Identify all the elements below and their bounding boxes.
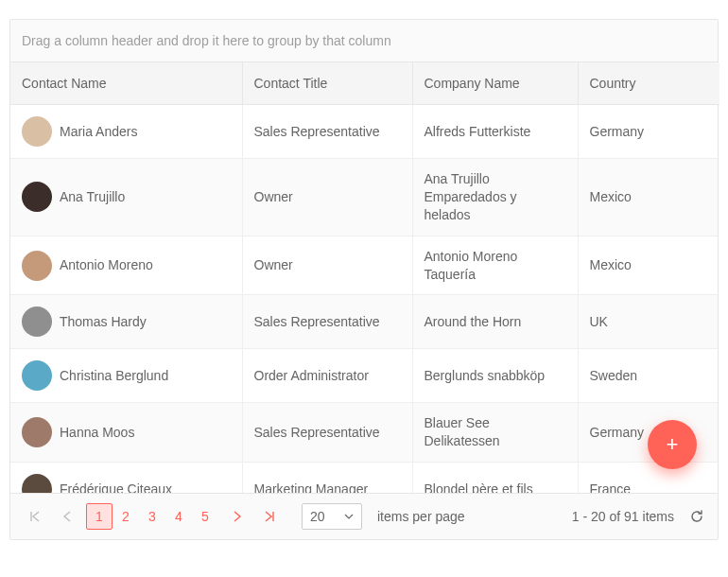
plus-icon: + [667,432,679,457]
page-size-value: 20 [310,509,325,524]
column-header-country[interactable]: Country [578,62,719,105]
pager-page-2[interactable]: 2 [113,503,139,530]
avatar [22,306,52,337]
page-size-select[interactable]: 20 [302,503,362,530]
chevron-left-icon [62,511,72,522]
group-panel[interactable]: Drag a column header and drop it here to… [10,20,718,62]
avatar [22,251,52,281]
cell-contact-name: Thomas Hardy [60,313,147,331]
table-row[interactable]: Antonio MorenoOwnerAntonio Moreno Taquer… [10,236,718,295]
cell-contact-title: Owner [242,159,412,236]
cell-contact-name: Hanna Moos [60,424,134,442]
pager-first-button[interactable] [22,503,48,530]
table-row[interactable]: Thomas HardySales RepresentativeAround t… [10,295,718,349]
avatar [22,360,52,391]
data-grid: Drag a column header and drop it here to… [9,19,719,540]
avatar [22,417,52,447]
add-fab[interactable]: + [648,420,697,469]
cell-country: Sweden [578,349,718,403]
pager-next-button[interactable] [224,503,251,530]
grid-body-scroll[interactable]: Maria AndersSales RepresentativeAlfreds … [10,105,718,493]
cell-contact-title: Sales Representative [242,403,412,463]
cell-contact-title: Order Administrator [242,349,412,403]
table-row[interactable]: Hanna MoosSales RepresentativeBlauer See… [10,403,718,463]
cell-contact-title: Sales Representative [242,295,412,349]
chevron-down-icon [344,512,354,521]
chevron-right-icon [233,511,242,522]
cell-country: UK [578,295,718,349]
pager-status: 1 - 20 of 91 items [572,509,674,524]
cell-country: Mexico [578,159,718,236]
cell-company-name: Blauer See Delikatessen [412,403,578,463]
cell-country: France [578,463,718,493]
grid-body: Maria AndersSales RepresentativeAlfreds … [10,105,718,493]
cell-contact-name: Antonio Moreno [60,256,153,274]
pager-last-button[interactable] [256,503,283,530]
cell-contact-title: Sales Representative [242,105,412,159]
cell-company-name: Antonio Moreno Taquería [412,236,578,295]
column-header-contact-name[interactable]: Contact Name [10,62,242,105]
avatar [22,474,52,493]
table-row[interactable]: Frédérique CiteauxMarketing ManagerBlond… [10,463,718,493]
cell-company-name: Blondel père et fils [412,463,578,493]
grid-header: Contact Name Contact Title Company Name … [10,62,719,105]
pager-page-1[interactable]: 1 [86,503,113,530]
table-row[interactable]: Ana TrujilloOwnerAna Trujillo Emparedado… [10,159,718,236]
cell-country: Mexico [578,236,718,295]
refresh-icon [689,509,704,524]
pager-page-5[interactable]: 5 [192,503,218,530]
pager-items-label: items per page [377,509,465,524]
avatar [22,116,52,147]
cell-contact-name: Christina Berglund [60,367,168,385]
table-row[interactable]: Christina BerglundOrder AdministratorBer… [10,349,718,403]
cell-contact-name: Frédérique Citeaux [60,481,172,493]
cell-contact-name: Ana Trujillo [60,188,125,206]
cell-company-name: Berglunds snabbköp [412,349,578,403]
cell-contact-title: Owner [242,236,412,295]
cell-company-name: Around the Horn [412,295,578,349]
cell-company-name: Ana Trujillo Emparedados y helados [412,159,578,236]
cell-contact-name: Maria Anders [60,123,137,141]
pager-page-3[interactable]: 3 [139,503,165,530]
cell-country: Germany [578,403,718,463]
seek-first-icon [29,511,41,522]
cell-country: Germany [578,105,718,159]
column-header-contact-title[interactable]: Contact Title [242,62,412,105]
pager-page-4[interactable]: 4 [165,503,192,530]
pager: 12345 20 items per page 1 - 20 of 91 ite… [10,493,718,539]
table-row[interactable]: Maria AndersSales RepresentativeAlfreds … [10,105,718,159]
seek-last-icon [264,511,275,522]
cell-contact-title: Marketing Manager [242,463,412,493]
column-header-company-name[interactable]: Company Name [412,62,578,105]
pager-prev-button[interactable] [54,503,80,530]
avatar [22,182,52,212]
cell-company-name: Alfreds Futterkiste [412,105,578,159]
pager-refresh-button[interactable] [687,507,706,526]
